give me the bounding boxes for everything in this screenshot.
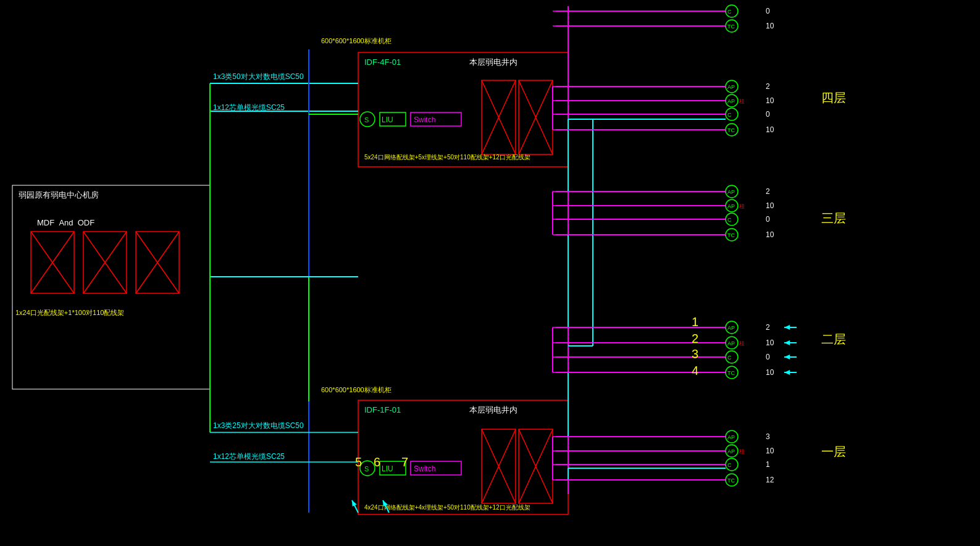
diagram-canvas — [0, 0, 980, 546]
